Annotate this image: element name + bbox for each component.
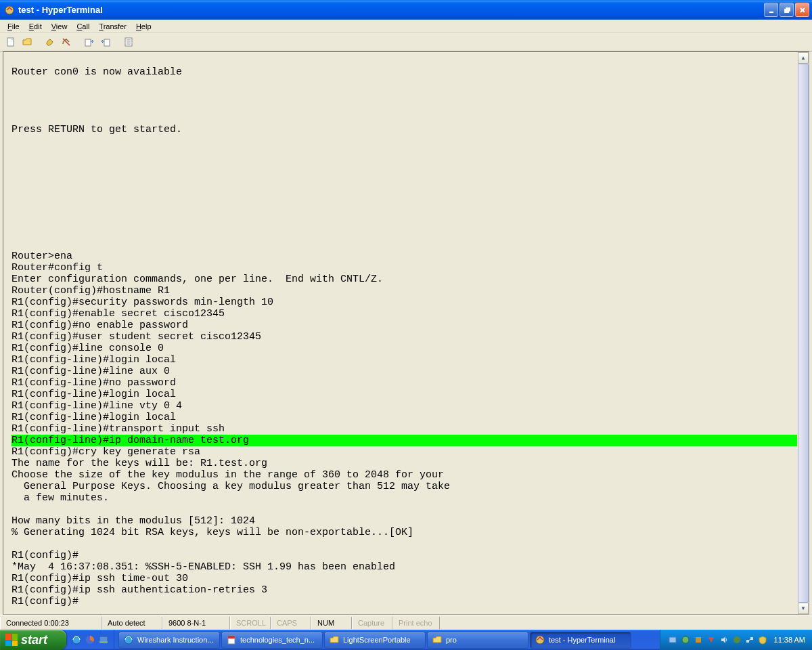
window-titlebar: test - HyperTerminal [0, 0, 812, 20]
windows-logo-icon [5, 634, 18, 646]
properties-icon[interactable] [122, 35, 135, 49]
show-desktop-icon[interactable] [97, 634, 110, 646]
terminal-line: Choose the size of the key modulus in th… [12, 469, 797, 481]
status-baud: 9600 8-N-1 [162, 617, 230, 629]
terminal-line [12, 55, 797, 66]
terminal-line [12, 135, 797, 147]
terminal-output[interactable]: Router con0 is now availablePress RETURN… [3, 52, 797, 614]
tray-icon[interactable] [693, 634, 704, 645]
terminal-line [12, 216, 797, 228]
folder-icon [432, 634, 443, 645]
taskbar-item[interactable]: technologies_tech_n... [221, 632, 323, 649]
menu-call[interactable]: Call [72, 21, 94, 32]
restore-button[interactable] [780, 3, 794, 17]
client-area: Router con0 is now availablePress RETURN… [3, 51, 809, 615]
terminal-line: R1(config-line)#line vty 0 4 [12, 400, 797, 412]
status-detect: Auto detect [102, 617, 162, 629]
status-capture: Capture [352, 617, 392, 629]
terminal-line: R1(config-line)#login local [12, 389, 797, 400]
window-title: test - HyperTerminal [18, 5, 103, 15]
terminal-line [12, 170, 797, 181]
toolbar [0, 33, 812, 51]
terminal-line: R1(config)#user student secret cisco1234… [12, 331, 797, 343]
ie-icon[interactable] [70, 634, 83, 646]
volume-icon[interactable] [719, 634, 729, 645]
terminal-line: Router con0 is now available [12, 66, 797, 78]
taskbar-item[interactable]: Wireshark Instruction... [118, 632, 220, 649]
svg-point-18 [125, 636, 133, 644]
tray-icon[interactable] [667, 634, 678, 645]
terminal-line [12, 89, 797, 101]
send-file-icon[interactable] [83, 35, 96, 49]
hyperterminal-icon [4, 5, 15, 16]
svg-point-14 [72, 636, 81, 644]
folder-icon [329, 634, 340, 645]
svg-rect-9 [104, 39, 110, 46]
menu-transfer[interactable]: Transfer [94, 21, 131, 32]
scroll-down-icon[interactable]: ▼ [798, 603, 809, 614]
terminal-line: Router>ena [12, 251, 797, 262]
firefox-icon[interactable] [84, 634, 96, 646]
menu-edit[interactable]: Edit [24, 21, 47, 32]
status-connected: Connected 0:00:23 [0, 617, 102, 629]
terminal-line [12, 101, 797, 112]
quick-launch [66, 630, 114, 650]
disconnect-icon[interactable] [60, 35, 73, 49]
terminal-line: R1(config-line)#login local [12, 354, 797, 366]
system-tray: 11:38 AM [660, 630, 812, 650]
start-label: start [21, 633, 47, 647]
open-file-icon[interactable] [20, 35, 34, 49]
network-icon[interactable] [744, 634, 755, 645]
menu-help[interactable]: Help [131, 21, 156, 32]
status-caps: CAPS [271, 617, 311, 629]
taskbar-clock[interactable]: 11:38 AM [774, 636, 805, 644]
scrollbar-track[interactable] [798, 64, 809, 603]
taskbar-items: Wireshark Instruction...technologies_tec… [114, 630, 660, 650]
scroll-up-icon[interactable]: ▲ [798, 52, 809, 64]
menu-bar: FileEditViewCallTransferHelp [0, 20, 812, 33]
terminal-line: R1(config)#line console 0 [12, 343, 797, 354]
vertical-scrollbar[interactable]: ▲ ▼ [797, 52, 809, 614]
terminal-line: Router(config)#hostname R1 [12, 285, 797, 297]
close-button[interactable] [795, 3, 809, 17]
terminal-line: R1(config-line)#ip domain-name test.org [12, 435, 797, 446]
terminal-line [12, 228, 797, 239]
tray-icon[interactable] [680, 634, 691, 645]
taskbar-item[interactable]: LightScreenPortable [324, 632, 426, 649]
svg-point-25 [734, 636, 740, 643]
menu-view[interactable]: View [47, 21, 72, 32]
taskbar-item[interactable]: pro [427, 632, 528, 649]
ht-icon [535, 634, 545, 645]
terminal-line: R1(config)#cry key generate rsa [12, 446, 797, 458]
terminal-line: Router#config t [12, 262, 797, 274]
minimize-button[interactable] [764, 3, 778, 17]
receive-file-icon[interactable] [99, 35, 112, 49]
svg-rect-8 [85, 39, 91, 46]
terminal-line: R1(config-line)#line aux 0 [12, 366, 797, 377]
terminal-line [12, 78, 797, 89]
new-file-icon[interactable] [4, 35, 18, 49]
connect-icon[interactable] [43, 35, 57, 49]
status-num: NUM [311, 617, 352, 629]
terminal-line: R1(config)#security passwords min-length… [12, 297, 797, 308]
terminal-line [12, 239, 797, 251]
svg-rect-20 [228, 636, 235, 638]
terminal-line: R1(config-line)#no password [12, 377, 797, 389]
scrollbar-thumb[interactable] [798, 64, 809, 603]
terminal-line: Enter configuration commands, one per li… [12, 274, 797, 285]
taskbar-item[interactable]: test - HyperTerminal [530, 632, 631, 649]
taskbar-item-label: pro [446, 636, 457, 644]
status-scroll: SCROLL [230, 617, 271, 629]
terminal-line: General Purpose Keys. Choosing a key mod… [12, 481, 797, 492]
terminal-line [12, 204, 797, 216]
terminal-line [12, 112, 797, 124]
tray-icon[interactable] [731, 634, 742, 645]
terminal-line [12, 193, 797, 204]
terminal-line [12, 504, 797, 515]
start-button[interactable]: start [0, 630, 66, 650]
tray-icon[interactable] [706, 634, 717, 645]
taskbar-item-label: technologies_tech_n... [240, 636, 315, 644]
menu-file[interactable]: File [3, 21, 24, 32]
shield-icon[interactable] [757, 634, 768, 645]
svg-rect-22 [669, 637, 676, 643]
